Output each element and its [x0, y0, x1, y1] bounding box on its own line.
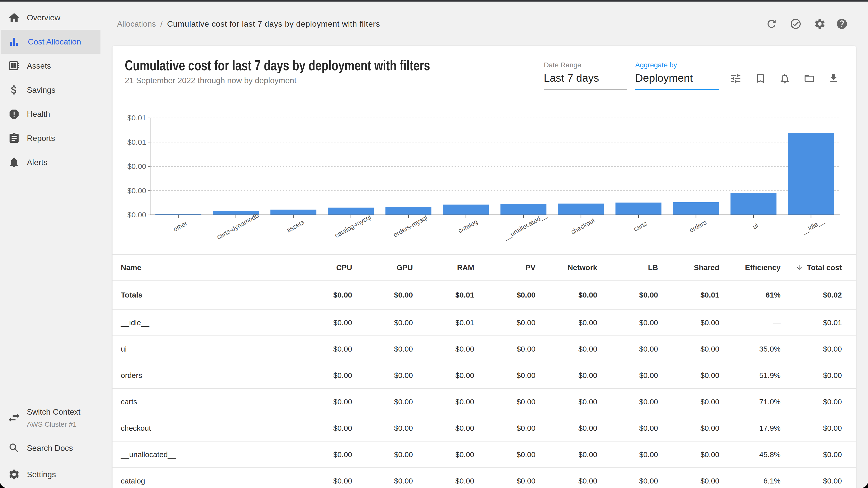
svg-text:carts-dynamodb: carts-dynamodb	[216, 212, 260, 241]
svg-text:catalog: catalog	[457, 218, 479, 235]
svg-text:ui: ui	[751, 222, 760, 231]
svg-text:$0.00: $0.00	[127, 162, 146, 171]
svg-text:$0.00: $0.00	[127, 186, 146, 195]
svg-text:catalog-mysql: catalog-mysql	[333, 213, 372, 239]
svg-text:__unallocated__: __unallocated__	[502, 211, 548, 241]
svg-text:orders-mysql: orders-mysql	[392, 214, 429, 239]
svg-text:$0.01: $0.01	[127, 114, 146, 122]
svg-text:other: other	[172, 219, 189, 233]
svg-text:orders: orders	[688, 218, 708, 234]
svg-text:assets: assets	[285, 218, 305, 234]
svg-text:checkout: checkout	[569, 216, 596, 236]
svg-text:__idle__: __idle__	[800, 217, 826, 236]
svg-text:carts: carts	[632, 219, 649, 233]
svg-text:$0.01: $0.01	[127, 138, 146, 146]
svg-text:$0.00: $0.00	[127, 211, 146, 219]
